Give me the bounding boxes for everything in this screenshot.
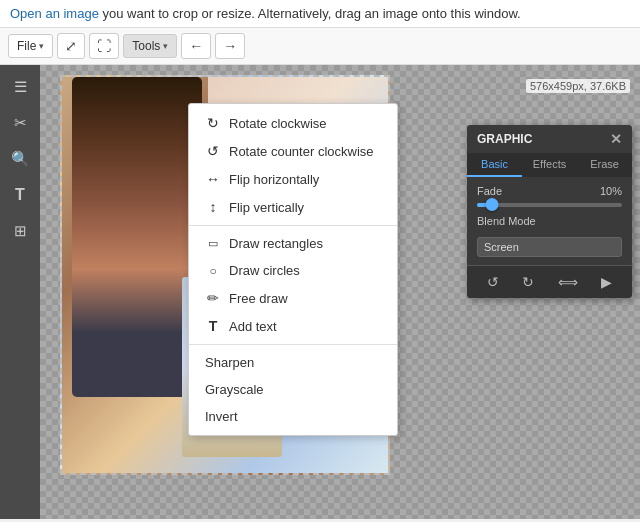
flip-v-label: Flip vertically bbox=[229, 200, 304, 215]
draw-circles-item[interactable]: ○ Draw circles bbox=[189, 257, 397, 284]
file-label: File bbox=[17, 39, 36, 53]
flip-h-item[interactable]: ↔ Flip horizontally bbox=[189, 165, 397, 193]
free-draw-label: Free draw bbox=[229, 291, 288, 306]
file-button[interactable]: File ▾ bbox=[8, 34, 53, 58]
tab-erase[interactable]: Erase bbox=[577, 153, 632, 177]
rotate-cw-label: Rotate clockwise bbox=[229, 116, 327, 131]
footer-send-button[interactable]: ▶ bbox=[597, 272, 616, 292]
blend-label-row: Blend Mode bbox=[477, 215, 622, 227]
grayscale-item[interactable]: Grayscale bbox=[189, 376, 397, 403]
blend-mode-select[interactable]: Screen Normal Multiply Overlay Darken Li… bbox=[477, 237, 622, 257]
add-text-label: Add text bbox=[229, 319, 277, 334]
search-icon[interactable]: 🔍 bbox=[6, 145, 34, 173]
tools-dropdown: ↻ Rotate clockwise ↺ Rotate counter cloc… bbox=[188, 103, 398, 436]
draw-circles-label: Draw circles bbox=[229, 263, 300, 278]
rotate-ccw-label: Rotate counter clockwise bbox=[229, 144, 374, 159]
flip-h-label: Flip horizontally bbox=[229, 172, 319, 187]
layers-icon[interactable]: ⊞ bbox=[6, 217, 34, 245]
image-info: 576x459px, 37.6KB bbox=[526, 79, 630, 93]
canvas-area: 576x459px, 37.6KB ↻ Rotate clockwise ↺ R… bbox=[40, 65, 640, 519]
separator-1 bbox=[189, 225, 397, 226]
open-image-link[interactable]: Open an image bbox=[10, 6, 99, 21]
draw-rect-icon: ▭ bbox=[205, 237, 221, 250]
invert-label: Invert bbox=[205, 409, 238, 424]
draw-rect-item[interactable]: ▭ Draw rectangles bbox=[189, 230, 397, 257]
main-area: ☰ ✂ 🔍 T ⊞ 576x459px, 37.6KB ↻ Rotate clo… bbox=[0, 65, 640, 519]
separator-2 bbox=[189, 344, 397, 345]
free-draw-icon: ✏ bbox=[205, 290, 221, 306]
fade-label: Fade bbox=[477, 185, 502, 197]
tab-basic[interactable]: Basic bbox=[467, 153, 522, 177]
footer-flip-h-button[interactable]: ⟺ bbox=[554, 272, 582, 292]
rotate-ccw-item[interactable]: ↺ Rotate counter clockwise bbox=[189, 137, 397, 165]
slider-track[interactable] bbox=[477, 203, 622, 207]
graphic-panel: GRAPHIC ✕ Basic Effects Erase Fade 10% B… bbox=[467, 125, 632, 298]
text-tool-icon[interactable]: T bbox=[6, 181, 34, 209]
rotate-cw-item[interactable]: ↻ Rotate clockwise bbox=[189, 109, 397, 137]
undo-button[interactable]: ← bbox=[181, 33, 211, 59]
graphic-footer: ↺ ↻ ⟺ ▶ bbox=[467, 265, 632, 298]
graphic-header: GRAPHIC ✕ bbox=[467, 125, 632, 153]
sharpen-label: Sharpen bbox=[205, 355, 254, 370]
transform-button[interactable]: ⤢ bbox=[57, 33, 85, 59]
rotate-cw-icon: ↻ bbox=[205, 115, 221, 131]
close-icon[interactable]: ✕ bbox=[610, 131, 622, 147]
blend-label: Blend Mode bbox=[477, 215, 536, 227]
add-text-icon: T bbox=[205, 318, 221, 334]
file-chevron-icon: ▾ bbox=[39, 41, 44, 51]
image-dimensions: 576x459px, 37.6KB bbox=[530, 80, 626, 92]
footer-redo-button[interactable]: ↻ bbox=[518, 272, 538, 292]
footer-undo-button[interactable]: ↺ bbox=[483, 272, 503, 292]
tools-button[interactable]: Tools ▾ bbox=[123, 34, 177, 58]
fade-value: 10% bbox=[600, 185, 622, 197]
top-bar: Open an image you want to crop or resize… bbox=[0, 0, 640, 28]
add-text-item[interactable]: T Add text bbox=[189, 312, 397, 340]
sharpen-item[interactable]: Sharpen bbox=[189, 349, 397, 376]
draw-circles-icon: ○ bbox=[205, 264, 221, 278]
tools-chevron-icon: ▾ bbox=[163, 41, 168, 51]
fullscreen-button[interactable]: ⛶ bbox=[89, 33, 119, 59]
grayscale-label: Grayscale bbox=[205, 382, 264, 397]
redo-button[interactable]: → bbox=[215, 33, 245, 59]
slider-thumb[interactable] bbox=[485, 198, 498, 211]
draw-rect-label: Draw rectangles bbox=[229, 236, 323, 251]
invert-item[interactable]: Invert bbox=[189, 403, 397, 430]
scissors-icon[interactable]: ✂ bbox=[6, 109, 34, 137]
graphic-title: GRAPHIC bbox=[477, 132, 532, 146]
flip-v-icon: ↕ bbox=[205, 199, 221, 215]
top-bar-description: you want to crop or resize. Alternativel… bbox=[99, 6, 521, 21]
fade-row: Fade 10% bbox=[477, 185, 622, 197]
flip-h-icon: ↔ bbox=[205, 171, 221, 187]
graphic-tabs: Basic Effects Erase bbox=[467, 153, 632, 177]
left-panel: ☰ ✂ 🔍 T ⊞ bbox=[0, 65, 40, 519]
flip-v-item[interactable]: ↕ Flip vertically bbox=[189, 193, 397, 221]
sliders-icon[interactable]: ☰ bbox=[6, 73, 34, 101]
tab-effects[interactable]: Effects bbox=[522, 153, 577, 177]
rotate-ccw-icon: ↺ bbox=[205, 143, 221, 159]
free-draw-item[interactable]: ✏ Free draw bbox=[189, 284, 397, 312]
graphic-body: Fade 10% Blend Mode Screen Normal Multip… bbox=[467, 177, 632, 265]
tools-label: Tools bbox=[132, 39, 160, 53]
toolbar: File ▾ ⤢ ⛶ Tools ▾ ← → bbox=[0, 28, 640, 65]
